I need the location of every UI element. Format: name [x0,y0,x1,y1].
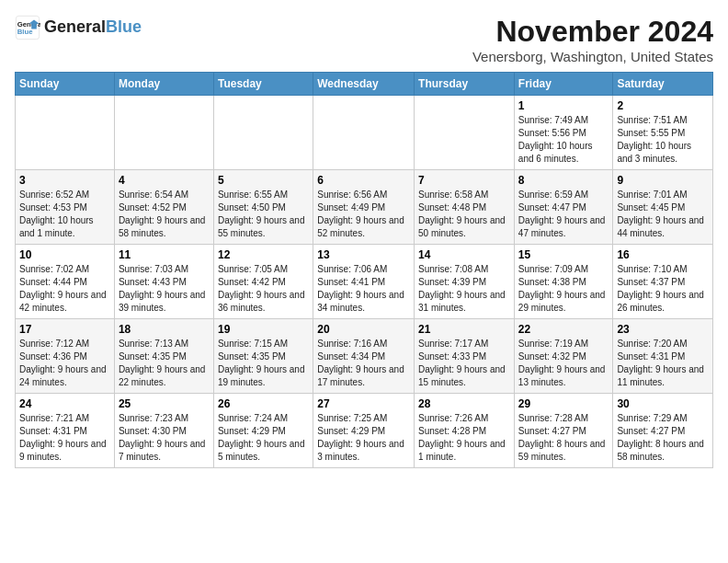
calendar-week-1: 1Sunrise: 7:49 AM Sunset: 5:56 PM Daylig… [16,96,713,170]
calendar-cell: 27Sunrise: 7:25 AM Sunset: 4:29 PM Dayli… [313,394,415,468]
day-number: 13 [317,248,410,261]
day-number: 14 [418,248,510,261]
calendar-cell: 30Sunrise: 7:29 AM Sunset: 4:27 PM Dayli… [613,394,713,468]
day-info: Sunrise: 7:09 AM Sunset: 4:38 PM Dayligh… [518,263,609,315]
calendar-cell: 6Sunrise: 6:56 AM Sunset: 4:49 PM Daylig… [313,170,415,245]
calendar-cell: 10Sunrise: 7:02 AM Sunset: 4:44 PM Dayli… [16,245,115,319]
day-info: Sunrise: 7:02 AM Sunset: 4:44 PM Dayligh… [19,263,110,315]
day-info: Sunrise: 6:56 AM Sunset: 4:49 PM Dayligh… [317,189,410,240]
calendar-cell: 13Sunrise: 7:06 AM Sunset: 4:41 PM Dayli… [313,245,415,319]
day-number: 10 [19,248,110,261]
day-number: 1 [518,99,609,112]
day-number: 17 [19,323,110,336]
column-header-saturday: Saturday [613,73,713,96]
calendar-cell: 14Sunrise: 7:08 AM Sunset: 4:39 PM Dayli… [415,245,515,319]
month-title: November 2024 [472,15,713,49]
day-number: 9 [617,174,709,187]
day-info: Sunrise: 7:01 AM Sunset: 4:45 PM Dayligh… [617,189,709,240]
calendar-cell: 24Sunrise: 7:21 AM Sunset: 4:31 PM Dayli… [16,394,115,468]
day-info: Sunrise: 7:05 AM Sunset: 4:42 PM Dayligh… [218,263,309,315]
day-number: 30 [617,397,709,410]
day-number: 22 [518,323,609,336]
calendar-cell [213,96,313,170]
day-number: 18 [119,323,210,336]
day-info: Sunrise: 7:15 AM Sunset: 4:35 PM Dayligh… [218,338,309,389]
logo-icon: General Blue [15,15,40,40]
day-info: Sunrise: 6:54 AM Sunset: 4:52 PM Dayligh… [119,189,210,240]
svg-text:General: General [17,20,40,29]
day-number: 29 [518,397,609,410]
column-header-thursday: Thursday [415,73,515,96]
calendar-cell: 17Sunrise: 7:12 AM Sunset: 4:36 PM Dayli… [16,319,115,394]
calendar-cell: 15Sunrise: 7:09 AM Sunset: 4:38 PM Dayli… [514,245,613,319]
day-number: 16 [617,248,709,261]
calendar-cell: 21Sunrise: 7:17 AM Sunset: 4:33 PM Dayli… [415,319,515,394]
day-number: 20 [317,323,410,336]
day-info: Sunrise: 7:06 AM Sunset: 4:41 PM Dayligh… [317,263,410,315]
calendar-cell [16,96,115,170]
day-info: Sunrise: 6:58 AM Sunset: 4:48 PM Dayligh… [418,189,510,240]
day-info: Sunrise: 7:12 AM Sunset: 4:36 PM Dayligh… [19,338,110,389]
day-number: 15 [518,248,609,261]
day-info: Sunrise: 7:23 AM Sunset: 4:30 PM Dayligh… [119,412,210,464]
calendar-cell: 22Sunrise: 7:19 AM Sunset: 4:32 PM Dayli… [514,319,613,394]
day-info: Sunrise: 7:17 AM Sunset: 4:33 PM Dayligh… [418,338,510,389]
svg-text:Blue: Blue [17,28,33,36]
calendar-cell: 9Sunrise: 7:01 AM Sunset: 4:45 PM Daylig… [613,170,713,245]
column-header-sunday: Sunday [16,73,115,96]
day-info: Sunrise: 7:24 AM Sunset: 4:29 PM Dayligh… [218,412,309,464]
calendar-cell: 23Sunrise: 7:20 AM Sunset: 4:31 PM Dayli… [613,319,713,394]
header: General Blue GeneralBlue November 2024 V… [15,15,713,64]
column-header-wednesday: Wednesday [313,73,415,96]
day-number: 6 [317,174,410,187]
calendar-week-2: 3Sunrise: 6:52 AM Sunset: 4:53 PM Daylig… [16,170,713,245]
day-number: 23 [617,323,709,336]
day-info: Sunrise: 7:20 AM Sunset: 4:31 PM Dayligh… [617,338,709,389]
day-info: Sunrise: 7:16 AM Sunset: 4:34 PM Dayligh… [317,338,410,389]
day-info: Sunrise: 7:10 AM Sunset: 4:37 PM Dayligh… [617,263,709,315]
day-number: 26 [218,397,309,410]
day-info: Sunrise: 7:51 AM Sunset: 5:55 PM Dayligh… [617,114,709,166]
day-number: 4 [119,174,210,187]
day-info: Sunrise: 7:29 AM Sunset: 4:27 PM Dayligh… [617,412,709,464]
location-title: Venersborg, Washington, United States [472,49,713,64]
day-number: 27 [317,397,410,410]
calendar-cell: 12Sunrise: 7:05 AM Sunset: 4:42 PM Dayli… [213,245,313,319]
calendar-body: 1Sunrise: 7:49 AM Sunset: 5:56 PM Daylig… [16,96,713,468]
day-info: Sunrise: 7:08 AM Sunset: 4:39 PM Dayligh… [418,263,510,315]
day-number: 3 [19,174,110,187]
day-number: 28 [418,397,510,410]
column-header-friday: Friday [514,73,613,96]
calendar-cell: 16Sunrise: 7:10 AM Sunset: 4:37 PM Dayli… [613,245,713,319]
calendar-cell [114,96,213,170]
day-info: Sunrise: 6:52 AM Sunset: 4:53 PM Dayligh… [19,189,110,240]
calendar-cell: 20Sunrise: 7:16 AM Sunset: 4:34 PM Dayli… [313,319,415,394]
calendar-cell: 18Sunrise: 7:13 AM Sunset: 4:35 PM Dayli… [114,319,213,394]
calendar-week-3: 10Sunrise: 7:02 AM Sunset: 4:44 PM Dayli… [16,245,713,319]
calendar-table: SundayMondayTuesdayWednesdayThursdayFrid… [15,72,713,468]
calendar-cell: 3Sunrise: 6:52 AM Sunset: 4:53 PM Daylig… [16,170,115,245]
calendar-cell: 2Sunrise: 7:51 AM Sunset: 5:55 PM Daylig… [613,96,713,170]
title-area: November 2024 Venersborg, Washington, Un… [472,15,713,64]
calendar-cell: 28Sunrise: 7:26 AM Sunset: 4:28 PM Dayli… [415,394,515,468]
calendar-cell: 7Sunrise: 6:58 AM Sunset: 4:48 PM Daylig… [415,170,515,245]
day-info: Sunrise: 7:19 AM Sunset: 4:32 PM Dayligh… [518,338,609,389]
day-info: Sunrise: 7:13 AM Sunset: 4:35 PM Dayligh… [119,338,210,389]
day-number: 25 [119,397,210,410]
day-info: Sunrise: 6:55 AM Sunset: 4:50 PM Dayligh… [218,189,309,240]
calendar-cell: 4Sunrise: 6:54 AM Sunset: 4:52 PM Daylig… [114,170,213,245]
calendar-cell: 26Sunrise: 7:24 AM Sunset: 4:29 PM Dayli… [213,394,313,468]
column-header-tuesday: Tuesday [213,73,313,96]
day-number: 19 [218,323,309,336]
day-info: Sunrise: 7:26 AM Sunset: 4:28 PM Dayligh… [418,412,510,464]
calendar-cell [313,96,415,170]
day-number: 8 [518,174,609,187]
calendar-cell: 29Sunrise: 7:28 AM Sunset: 4:27 PM Dayli… [514,394,613,468]
day-info: Sunrise: 7:21 AM Sunset: 4:31 PM Dayligh… [19,412,110,464]
day-info: Sunrise: 6:59 AM Sunset: 4:47 PM Dayligh… [518,189,609,240]
calendar-cell: 8Sunrise: 6:59 AM Sunset: 4:47 PM Daylig… [514,170,613,245]
day-info: Sunrise: 7:03 AM Sunset: 4:43 PM Dayligh… [119,263,210,315]
day-number: 12 [218,248,309,261]
calendar-cell [415,96,515,170]
day-info: Sunrise: 7:25 AM Sunset: 4:29 PM Dayligh… [317,412,410,464]
